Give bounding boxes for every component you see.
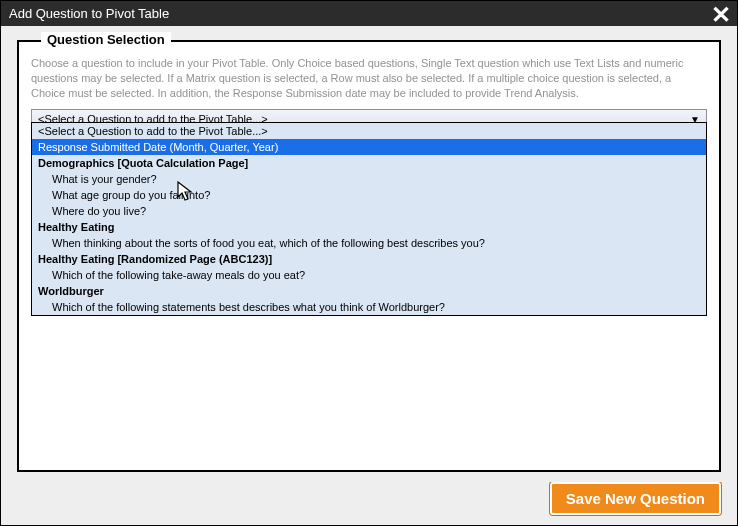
option-response-date[interactable]: Response Submitted Date (Month, Quarter,… — [32, 139, 706, 155]
question-select-dropdown[interactable]: <Select a Question to add to the Pivot T… — [31, 122, 707, 316]
dialog-title: Add Question to Pivot Table — [9, 6, 169, 21]
dialog-titlebar: Add Question to Pivot Table ✕ — [1, 1, 737, 26]
question-selection-fieldset: Question Selection Choose a question to … — [17, 40, 721, 472]
option-group-healthy-eating-randomized[interactable]: Healthy Eating [Randomized Page (ABC123)… — [32, 251, 706, 267]
fieldset-legend: Question Selection — [41, 32, 171, 47]
option-group-healthy-eating[interactable]: Healthy Eating — [32, 219, 706, 235]
option-group-worldburger[interactable]: Worldburger — [32, 283, 706, 299]
help-text: Choose a question to include in your Piv… — [31, 56, 707, 101]
option-age-group[interactable]: What age group do you fall into? — [32, 187, 706, 203]
save-new-question-button[interactable]: Save New Question — [550, 482, 721, 515]
option-worldburger-statements[interactable]: Which of the following statements best d… — [32, 299, 706, 315]
option-takeaway-meals[interactable]: Which of the following take-away meals d… — [32, 267, 706, 283]
dialog-button-row: Save New Question — [1, 482, 737, 525]
option-food-describes[interactable]: When thinking about the sorts of food yo… — [32, 235, 706, 251]
option-group-demographics[interactable]: Demographics [Quota Calculation Page] — [32, 155, 706, 171]
option-where-live[interactable]: Where do you live? — [32, 203, 706, 219]
dialog-body: Question Selection Choose a question to … — [1, 26, 737, 482]
option-placeholder[interactable]: <Select a Question to add to the Pivot T… — [32, 123, 706, 139]
dialog: Add Question to Pivot Table ✕ Question S… — [0, 0, 738, 526]
option-gender[interactable]: What is your gender? — [32, 171, 706, 187]
